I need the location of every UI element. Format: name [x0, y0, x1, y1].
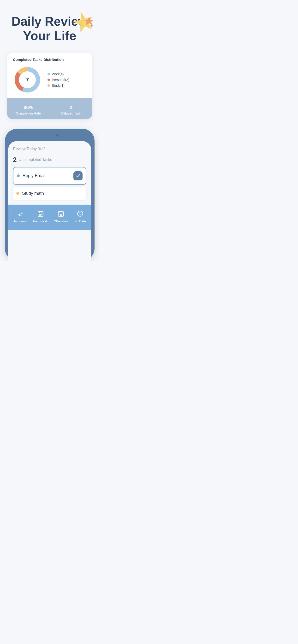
completion-rate-metric: 86% Completion Rate: [7, 98, 50, 119]
stats-card: Completed Tasks Distribution 7: [7, 53, 92, 119]
action-no-date[interactable]: No Date: [74, 210, 86, 223]
other-date-icon: [57, 210, 65, 218]
review-screen: Review Today 3/12 2 Uncompleted Tasks Re…: [8, 141, 91, 230]
task-name-study-math: Study math: [22, 191, 83, 196]
phone-notch: [34, 132, 65, 139]
legend-dot-work: [48, 73, 50, 75]
tomorrow-label: Tomorrow: [14, 220, 27, 223]
next-week-label: Next week: [33, 220, 48, 223]
svg-point-7: [19, 214, 20, 216]
action-next-week[interactable]: Next week: [33, 210, 48, 223]
review-date: Review Today 3/12: [13, 147, 86, 151]
other-date-label: Other date: [54, 220, 68, 223]
svg-rect-20: [60, 214, 62, 216]
legend-dot-personal: [48, 78, 50, 81]
donut-center-value: 7: [26, 77, 29, 83]
task-name-reply-email: Reply Email: [23, 173, 73, 178]
task-item-study-math[interactable]: Study math: [13, 187, 86, 200]
tomorrow-icon: [16, 210, 25, 218]
no-date-icon: [76, 210, 84, 218]
stats-card-top: Completed Tasks Distribution 7: [7, 53, 92, 98]
legend-label-personal: Personal(2): [52, 78, 69, 82]
svg-point-8: [21, 212, 23, 214]
svg-point-9: [20, 214, 21, 216]
legend-dot-study: [48, 84, 50, 87]
task-dot-study-math: [16, 192, 19, 195]
stats-chart-row: 7 Work(4) Personal(2) Study(1): [13, 66, 86, 94]
stats-card-title: Completed Tasks Distribution: [13, 58, 86, 62]
no-date-label: No Date: [74, 220, 86, 223]
next-week-icon: [36, 210, 45, 218]
donut-chart: 7: [13, 66, 42, 94]
svg-point-2: [90, 24, 93, 27]
svg-line-22: [78, 212, 82, 216]
hero-section: Daily Review Your Life: [0, 0, 99, 50]
stats-card-bottom: 86% Completion Rate 2 Delayed Task: [7, 98, 92, 119]
legend-label-study: Study(1): [52, 84, 65, 88]
delayed-task-metric: 2 Delayed Task: [50, 98, 92, 119]
phone-screen: Review Today 3/12 2 Uncompleted Tasks Re…: [8, 141, 91, 261]
legend-label-work: Work(4): [52, 72, 64, 76]
chart-legend: Work(4) Personal(2) Study(1): [48, 72, 69, 88]
action-other-date[interactable]: Other date: [54, 210, 68, 223]
uncompleted-header: 2 Uncompleted Tasks: [13, 156, 86, 164]
action-tomorrow[interactable]: Tomorrow: [14, 210, 27, 223]
star-decoration: [73, 11, 95, 32]
legend-item-work: Work(4): [48, 72, 69, 76]
delayed-task-label: Delayed Task: [53, 112, 89, 115]
uncompleted-count: 2: [13, 156, 17, 164]
task-dot-reply-email: [17, 174, 20, 177]
phone-mockup: Review Today 3/12 2 Uncompleted Tasks Re…: [5, 129, 95, 261]
legend-item-personal: Personal(2): [48, 78, 69, 82]
delayed-task-value: 2: [53, 102, 89, 110]
uncompleted-label: Uncompleted Tasks: [19, 158, 52, 162]
phone-notch-area: [8, 132, 91, 139]
task-check-reply-email[interactable]: [73, 171, 83, 180]
completion-rate-label: Completion Rate: [10, 112, 47, 115]
task-item-reply-email[interactable]: Reply Email: [13, 167, 86, 185]
legend-item-study: Study(1): [48, 84, 69, 88]
action-bar: Tomorrow Next week: [8, 204, 91, 230]
completion-rate-value: 86%: [10, 102, 47, 110]
